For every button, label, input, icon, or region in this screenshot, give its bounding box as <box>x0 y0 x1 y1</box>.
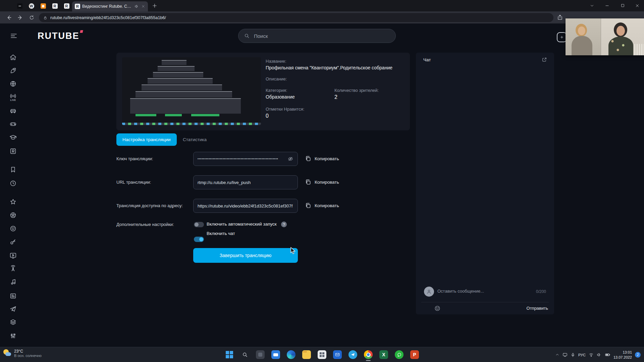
eye-off-icon[interactable] <box>287 156 293 162</box>
maximize-button[interactable] <box>615 0 630 11</box>
play-screen-icon[interactable] <box>9 252 17 259</box>
copy-address-icon[interactable] <box>305 202 312 209</box>
tab-statistics[interactable]: Статистика <box>183 137 207 142</box>
mail-icon[interactable] <box>332 350 342 360</box>
chat-divider <box>421 302 549 302</box>
search-input[interactable] <box>254 33 390 39</box>
stream-url-field[interactable]: rtmp://u.rutube.ru/live_push <box>193 175 298 189</box>
file-explorer-icon[interactable] <box>302 350 312 360</box>
battery-icon[interactable] <box>605 352 610 358</box>
browser-tab-5[interactable]: R <box>61 1 72 11</box>
whatsapp-icon[interactable] <box>394 350 404 360</box>
copy-key-icon[interactable] <box>305 155 312 162</box>
edge-icon[interactable] <box>286 350 296 360</box>
task-view-icon[interactable] <box>255 350 265 360</box>
stream-url-label: URL трансляции: <box>116 180 151 185</box>
tab-stream-settings[interactable]: Настройка трансляции <box>116 133 177 146</box>
help-icon[interactable]: ? <box>281 222 287 227</box>
calculator-icon[interactable] <box>317 350 327 360</box>
browser-tab-4[interactable]: R <box>49 1 60 11</box>
watch-address-value: https://rutube.ru/video/ebb24f1d323c5c08… <box>198 203 292 208</box>
telegram-icon[interactable] <box>348 350 358 360</box>
chat-message-input[interactable] <box>437 289 515 294</box>
back-button[interactable] <box>4 13 13 22</box>
sliders-icon[interactable] <box>9 332 17 340</box>
taskbar-clock[interactable]: 13:01 13.07.2022 <box>613 350 632 360</box>
excel-icon[interactable]: X <box>379 350 389 360</box>
copy-address-button[interactable]: Копировать <box>315 203 339 208</box>
newspaper-icon[interactable] <box>9 292 17 300</box>
minimize-button[interactable] <box>600 0 614 11</box>
notification-badge[interactable]: 2 <box>635 352 641 358</box>
rocket-icon[interactable] <box>9 67 17 74</box>
finish-stream-button[interactable]: Завершить трансляцию <box>193 248 298 263</box>
chat-send-button[interactable]: Отправить <box>527 306 548 311</box>
emoji-icon[interactable] <box>434 305 441 312</box>
smiley-icon[interactable] <box>9 225 17 232</box>
reload-button[interactable] <box>27 13 36 22</box>
rutube-logo[interactable]: RUTUBE <box>38 31 83 41</box>
browser-tab-1[interactable] <box>14 1 25 11</box>
car-icon[interactable] <box>9 107 17 115</box>
chat-title: Чат <box>423 57 431 62</box>
chrome-icon[interactable] <box>363 350 373 360</box>
copy-key-button[interactable]: Копировать <box>315 156 339 161</box>
star-icon[interactable] <box>9 198 17 205</box>
bookmark-icon[interactable] <box>9 166 17 173</box>
chat-char-counter: 0/200 <box>536 289 546 294</box>
browser-active-tab[interactable]: R Видеохостинг Rutube. Смот... <box>72 1 148 11</box>
tab-search-chevron-icon[interactable] <box>586 0 598 11</box>
start-button[interactable] <box>224 350 234 360</box>
volume-icon[interactable] <box>597 352 602 357</box>
language-indicator[interactable]: РУС <box>578 353 586 357</box>
weather-desc: В осн. солнечно <box>14 354 42 358</box>
browser-tab-2[interactable]: W <box>26 1 37 11</box>
new-tab-button[interactable] <box>152 3 158 9</box>
chat-toggle[interactable] <box>194 237 204 242</box>
layers-icon[interactable] <box>9 318 17 326</box>
music-note-icon[interactable] <box>9 278 17 286</box>
taskbar-time: 13:01 <box>613 350 632 355</box>
live-icon[interactable]: LIVE <box>9 94 17 101</box>
webcam-overlay[interactable] <box>566 18 644 55</box>
weather-widget[interactable]: 23°C В осн. солнечно <box>3 349 42 358</box>
taskbar-search-icon[interactable] <box>240 350 250 360</box>
rutube-logo-text: RUTUBE <box>38 31 79 41</box>
monitor-icon[interactable] <box>562 352 568 357</box>
ball-icon[interactable] <box>9 212 17 219</box>
home-icon[interactable] <box>9 54 17 61</box>
globe-icon[interactable] <box>9 80 17 87</box>
share-icon[interactable] <box>557 14 563 20</box>
store-icon[interactable] <box>271 350 281 360</box>
mic-icon[interactable] <box>571 353 575 357</box>
forward-button[interactable] <box>15 13 25 22</box>
graduation-cap-icon[interactable] <box>9 134 17 141</box>
copy-url-button[interactable]: Копировать <box>315 180 339 185</box>
stream-thumbnail <box>122 57 261 125</box>
close-button[interactable] <box>631 0 644 11</box>
clock-icon[interactable] <box>9 180 17 187</box>
chat-expand-icon[interactable] <box>541 57 547 63</box>
browser-tab-3[interactable] <box>38 1 49 11</box>
tab-audio-icon[interactable] <box>135 4 139 9</box>
watch-address-field[interactable]: https://rutube.ru/video/ebb24f1d323c5c08… <box>193 199 298 213</box>
paper-plane-icon[interactable] <box>9 305 17 313</box>
orange-app-icon <box>41 3 46 9</box>
powerpoint-icon[interactable]: P <box>410 350 420 360</box>
antenna-icon[interactable] <box>9 265 17 272</box>
stream-name-label: Название: <box>266 59 286 64</box>
stream-key-field[interactable]: ••••••••••••••••••••••••••••••••••••••••… <box>193 152 298 166</box>
hamburger-menu-icon[interactable] <box>10 33 17 39</box>
wifi-icon[interactable] <box>589 352 594 357</box>
copy-url-icon[interactable] <box>305 179 312 186</box>
wordpress-icon: W <box>29 3 34 9</box>
tab-title: Видеохостинг Rutube. Смот... <box>82 4 132 9</box>
address-bar[interactable]: rutube.ru/livestreaming/ebb24f1d323c5c08… <box>39 13 553 22</box>
key-icon[interactable] <box>9 238 17 246</box>
autostart-toggle[interactable] <box>194 222 204 227</box>
tray-chevron-icon[interactable] <box>555 353 559 357</box>
search-bar[interactable] <box>238 29 396 43</box>
gamepad-icon[interactable] <box>9 120 17 128</box>
r-square-icon[interactable] <box>9 147 17 155</box>
tab-close-icon[interactable] <box>141 4 145 8</box>
